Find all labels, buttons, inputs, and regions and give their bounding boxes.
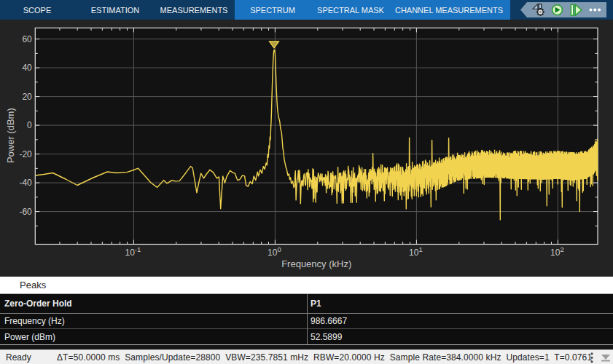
svg-text:Power (dBm): Power (dBm) xyxy=(5,108,16,163)
svg-text:0: 0 xyxy=(27,120,32,130)
svg-text:-40: -40 xyxy=(19,178,32,188)
svg-text:60: 60 xyxy=(22,34,32,44)
svg-text:20: 20 xyxy=(22,92,32,102)
svg-text:-20: -20 xyxy=(19,149,32,159)
svg-text:-60: -60 xyxy=(19,207,32,217)
svg-text:40: 40 xyxy=(22,63,32,73)
svg-text:Frequency (kHz): Frequency (kHz) xyxy=(281,258,351,269)
